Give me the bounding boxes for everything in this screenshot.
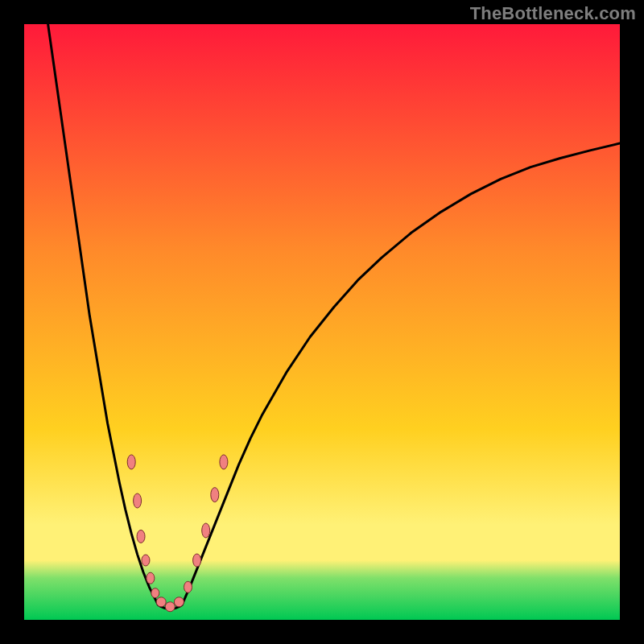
data-marker [137, 530, 145, 543]
data-marker [147, 572, 155, 584]
chart-svg [24, 24, 620, 620]
data-marker [211, 488, 219, 502]
data-marker [165, 602, 175, 612]
data-marker [193, 554, 201, 567]
data-marker [134, 493, 142, 508]
data-marker [156, 597, 166, 607]
data-marker [174, 597, 184, 607]
data-marker [142, 555, 150, 566]
data-marker [202, 523, 210, 538]
data-marker [127, 455, 135, 469]
chart-frame: TheBottleneck.com [0, 0, 644, 644]
data-marker [151, 588, 159, 598]
plot-area [24, 24, 620, 620]
data-marker [184, 581, 192, 592]
data-marker [220, 455, 228, 469]
watermark-text: TheBottleneck.com [470, 3, 636, 24]
